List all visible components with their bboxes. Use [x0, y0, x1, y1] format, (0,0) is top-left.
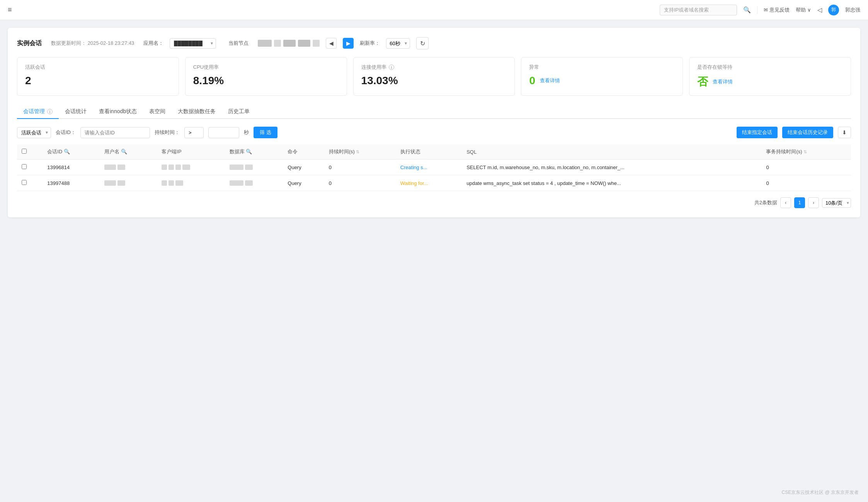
metric-conn-usage-value: 13.03%	[361, 75, 507, 87]
row1-command: Query	[283, 159, 324, 175]
total-info: 共2条数据	[754, 199, 777, 206]
row1-checkbox[interactable]	[22, 164, 27, 169]
notify-icon[interactable]: ◁	[817, 6, 822, 14]
update-time: 数据更新时间： 2025-02-18 23:27:43	[51, 40, 134, 47]
instance-session-card: 实例会话 数据更新时间： 2025-02-18 23:27:43 应用名： ██…	[8, 28, 860, 217]
tab-big-data-task[interactable]: 大数据抽数任务	[172, 105, 222, 119]
tab-session-mgmt-info-icon[interactable]: ℹ	[47, 109, 53, 114]
row2-username	[100, 175, 157, 191]
table-body: 13996814	[17, 159, 851, 191]
page-next-button[interactable]: ›	[808, 197, 819, 208]
row1-exec-status: Creating s...	[396, 159, 462, 175]
end-session-button[interactable]: 结束指定会话	[737, 127, 778, 138]
row1-ip-block2	[168, 165, 174, 170]
database-search-icon[interactable]: 🔍	[246, 149, 252, 154]
node-tags	[258, 40, 320, 47]
session-id-label: 会话ID：	[56, 129, 76, 136]
node-nav-right[interactable]: ▶	[343, 38, 354, 49]
username-search-icon[interactable]: 🔍	[121, 149, 127, 154]
header: ≡ 支持IP或者域名搜索 🔍 ✉ 意见反馈 帮助 ∨ ◁ 郭 郭忠强	[0, 0, 868, 20]
table-row: 13997488	[17, 175, 851, 191]
refresh-button[interactable]: ↻	[416, 37, 429, 49]
row2-client-ip	[157, 175, 225, 191]
tab-session-stats[interactable]: 会话统计	[59, 105, 93, 119]
col-duration[interactable]: 持续时间(s)	[324, 144, 396, 159]
page-prev-button[interactable]: ‹	[780, 197, 791, 208]
row2-username-block1	[104, 180, 116, 186]
row2-tx-duration: 0	[761, 175, 851, 191]
col-sql: SQL	[462, 144, 761, 159]
node-nav-left[interactable]: ◀	[326, 38, 337, 49]
duration-label: 持续时间：	[155, 129, 180, 136]
metric-lock-wait: 是否存在锁等待 否 查看详情	[689, 57, 851, 96]
duration-value-input[interactable]	[208, 127, 239, 138]
metric-conn-usage: 连接使用率 ℹ 13.03%	[353, 57, 515, 96]
col-client-ip: 客户端IP	[157, 144, 225, 159]
metric-active-sessions-value: 2	[25, 75, 171, 87]
node-tag-5[interactable]	[313, 40, 320, 47]
tab-session-mgmt[interactable]: 会话管理 ℹ	[17, 105, 59, 119]
row2-ip-block1	[162, 180, 167, 186]
metric-anomaly-title: 异常	[529, 64, 675, 71]
page-title: 实例会话	[17, 39, 42, 47]
filter-button[interactable]: 筛 选	[254, 127, 277, 138]
row2-command: Query	[283, 175, 324, 191]
row2-ip-block3	[175, 180, 183, 186]
page-1-button[interactable]: 1	[794, 197, 805, 208]
help-button[interactable]: 帮助 ∨	[796, 7, 811, 14]
row2-session-id: 13997488	[43, 175, 100, 191]
session-type-wrapper: 活跃会话 全部会话	[17, 127, 51, 138]
search-icon[interactable]: 🔍	[743, 6, 751, 14]
download-button[interactable]: ⬇	[838, 127, 851, 138]
table-header: 会话ID 🔍 用户名 🔍 客户端IP 数据库 🔍 命令 持续时间(s) 执行状态	[17, 144, 851, 159]
metric-anomaly: 异常 0 查看详情	[521, 57, 683, 96]
row2-checkbox-cell	[17, 175, 43, 191]
user-name[interactable]: 郭忠强	[845, 7, 860, 14]
row2-checkbox[interactable]	[22, 180, 27, 185]
metric-lock-wait-action[interactable]: 查看详情	[713, 78, 733, 85]
session-type-select[interactable]: 活跃会话 全部会话	[17, 127, 51, 138]
header-filter-row: 应用名： ████████ 当前节点 ◀ ▶ 刷新率：	[143, 37, 429, 49]
row2-database	[225, 175, 283, 191]
refresh-select[interactable]: 60秒 30秒 10秒	[386, 38, 410, 49]
metric-anomaly-action[interactable]: 查看详情	[540, 77, 560, 84]
header-right: 支持IP或者域名搜索 🔍 ✉ 意见反馈 帮助 ∨ ◁ 郭 郭忠强	[660, 5, 860, 15]
header-left: ≡	[8, 6, 12, 14]
col-checkbox	[17, 144, 43, 159]
feedback-button[interactable]: ✉ 意见反馈	[764, 7, 790, 14]
row2-db-block2	[245, 180, 253, 186]
pagination: 共2条数据 ‹ 1 › 10条/页 20条/页 50条/页	[17, 197, 851, 208]
session-id-input[interactable]	[80, 127, 150, 138]
page-size-select[interactable]: 10条/页 20条/页 50条/页	[822, 198, 851, 208]
page-size-wrapper: 10条/页 20条/页 50条/页	[822, 198, 851, 208]
metric-cpu-title: CPU使用率	[193, 64, 339, 71]
col-tx-duration[interactable]: 事务持续时间(s)	[761, 144, 851, 159]
metric-conn-usage-title: 连接使用率 ℹ	[361, 64, 507, 71]
node-tag-3[interactable]	[283, 40, 296, 47]
node-tag-4[interactable]	[298, 40, 310, 47]
select-all-checkbox[interactable]	[22, 149, 27, 154]
row1-status-text: Creating s...	[400, 165, 427, 170]
node-tag-1[interactable]	[258, 40, 272, 47]
menu-icon[interactable]: ≡	[8, 6, 12, 14]
tab-tablespace[interactable]: 表空间	[143, 105, 172, 119]
metric-lock-wait-value: 否	[697, 75, 708, 89]
app-name-select-wrapper: ████████	[170, 38, 216, 49]
filter-toolbar: 活跃会话 全部会话 会话ID： 持续时间： 秒 筛 选 结束指定会话 结束会话历…	[17, 127, 851, 138]
conn-usage-info-icon[interactable]: ℹ	[389, 64, 394, 70]
tab-history-jobs[interactable]: 历史工单	[222, 105, 256, 119]
end-history-button[interactable]: 结束会话历史记录	[782, 127, 833, 138]
duration-op-input[interactable]	[184, 127, 204, 138]
metric-lock-wait-row: 否 查看详情	[697, 75, 843, 89]
row1-db-block2	[245, 165, 253, 170]
row2-ip-masked	[162, 180, 220, 186]
app-name-select[interactable]: ████████	[170, 38, 216, 49]
metrics-row: 活跃会话 2 CPU使用率 8.19% 连接使用率 ℹ 13.03% 异常 0 …	[17, 57, 851, 96]
session-id-search-icon[interactable]: 🔍	[64, 149, 70, 154]
node-tag-2[interactable]	[274, 40, 281, 47]
node-label: 当前节点	[228, 40, 248, 47]
app-name-label: 应用名：	[143, 40, 163, 47]
search-input-placeholder[interactable]: 支持IP或者域名搜索	[660, 5, 737, 15]
table-header-row: 会话ID 🔍 用户名 🔍 客户端IP 数据库 🔍 命令 持续时间(s) 执行状态	[17, 144, 851, 159]
tab-innodb-status[interactable]: 查看innodb状态	[93, 105, 143, 119]
